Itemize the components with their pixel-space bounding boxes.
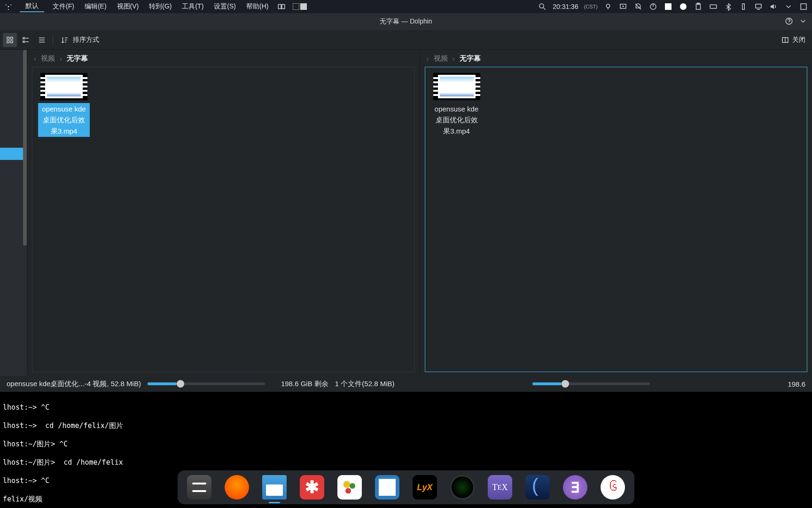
titlebar[interactable]: 无字幕 — Dolphin xyxy=(0,13,812,30)
sidebar-scrollbar[interactable] xyxy=(23,50,27,246)
close-split-button[interactable]: 关闭 xyxy=(777,34,809,46)
toolbar: 排序方式 关闭 xyxy=(0,30,812,50)
split-icon[interactable] xyxy=(277,2,286,11)
usb-icon[interactable] xyxy=(739,2,748,11)
terminal-line: lhost:~/图片> cd /home/felix xyxy=(3,458,809,468)
clock-time[interactable]: 20:31:36 xyxy=(553,3,578,10)
svg-line-7 xyxy=(543,8,546,10)
file-label: opensuse kde桌面优化后效果3.mp4 xyxy=(38,103,90,137)
chevron-down-icon[interactable] xyxy=(799,17,807,27)
file-item[interactable]: opensuse kde桌面优化后效果3.mp4 xyxy=(38,73,90,137)
bulb-icon[interactable] xyxy=(603,2,613,11)
dock-item-mathematica[interactable]: ✱ xyxy=(300,475,324,500)
terminal-line: lhost:~> cd /home/felix/图片 xyxy=(3,421,809,431)
file-view-right[interactable]: opensuse kde桌面优化后效果3.mp4 xyxy=(425,67,808,372)
crumb-current[interactable]: 无字幕 xyxy=(460,54,481,63)
dock-item-camera[interactable] xyxy=(450,475,475,500)
svg-point-42 xyxy=(350,483,355,489)
svg-rect-25 xyxy=(11,37,13,40)
breadcrumb-left[interactable]: › 视频 › 无字幕 xyxy=(27,50,420,67)
dock: ✱ LyX TEX Ǝ ၆ xyxy=(178,470,634,504)
view-compact-button[interactable] xyxy=(19,33,33,47)
crumb-parent[interactable]: 视频 xyxy=(41,54,55,63)
menu-help[interactable]: 帮助(H) xyxy=(244,1,270,12)
zoom-slider-right[interactable] xyxy=(532,382,650,385)
svg-point-23 xyxy=(789,23,789,23)
screen-icon[interactable] xyxy=(618,2,628,11)
svg-rect-17 xyxy=(710,5,717,8)
search-icon[interactable] xyxy=(538,2,547,11)
main-area: › 视频 › 无字幕 opensuse kde桌面优化后效果3.mp4 › 视频 xyxy=(0,50,812,376)
dock-item-lyx[interactable]: LyX xyxy=(413,475,437,500)
menu-go[interactable]: 转到(G) xyxy=(147,1,173,12)
svg-point-6 xyxy=(539,4,544,8)
status-freespace: 198.6 GiB 剩余 xyxy=(281,380,328,389)
view-icons-button[interactable] xyxy=(3,33,17,47)
toolbar-separator xyxy=(53,34,53,46)
view-details-button[interactable] xyxy=(35,33,49,47)
menu-view[interactable]: 视图(V) xyxy=(115,1,141,12)
activity-name[interactable]: 默认 xyxy=(20,1,44,12)
dock-item-tex[interactable]: TEX xyxy=(488,475,512,500)
file-item[interactable]: opensuse kde桌面优化后效果3.mp4 xyxy=(431,73,483,137)
places-sidebar[interactable] xyxy=(0,50,27,376)
dock-item-jmol[interactable] xyxy=(337,475,362,500)
dock-item-files[interactable] xyxy=(262,475,287,500)
svg-rect-18 xyxy=(742,4,745,9)
status-count: 1 个文件(52.8 MiB) xyxy=(335,380,395,389)
app-launcher-icon[interactable] xyxy=(4,2,13,11)
menu-tools[interactable]: 工具(T) xyxy=(180,1,205,12)
status-selection: opensuse kde桌面优化...-4 视频, 52.8 MiB) xyxy=(7,380,141,389)
chevron-right-icon: › xyxy=(427,55,429,63)
statusbar: opensuse kde桌面优化...-4 视频, 52.8 MiB) 198.… xyxy=(0,376,812,392)
svg-point-41 xyxy=(344,481,351,488)
chevron-down-icon[interactable] xyxy=(784,2,793,11)
sidebar-active-indicator xyxy=(0,148,23,160)
menu-settings[interactable]: 设置(S) xyxy=(212,1,238,12)
zoom-slider-left[interactable] xyxy=(148,382,265,385)
chevron-right-icon: › xyxy=(34,55,36,63)
bluetooth-icon[interactable] xyxy=(724,2,733,11)
dolphin-window: 无字幕 — Dolphin 排序方式 关闭 xyxy=(0,13,812,392)
svg-rect-19 xyxy=(756,4,761,8)
keyboard-icon[interactable] xyxy=(709,2,718,11)
svg-rect-21 xyxy=(801,4,806,9)
svg-point-3 xyxy=(8,9,9,10)
menu-edit[interactable]: 编辑(E) xyxy=(83,1,109,12)
svg-rect-27 xyxy=(11,40,13,43)
dock-item-settings[interactable] xyxy=(187,475,211,500)
sort-label: 排序方式 xyxy=(73,36,99,44)
svg-rect-24 xyxy=(7,37,9,40)
terminal-line: lhost:~/图片> ^C xyxy=(3,440,809,449)
power-icon[interactable] xyxy=(648,2,658,11)
clipboard-icon[interactable] xyxy=(694,2,703,11)
dock-item-emacs[interactable]: Ǝ xyxy=(563,475,587,500)
bell-icon[interactable] xyxy=(633,2,643,11)
tray-square-icon[interactable] xyxy=(664,2,673,11)
video-thumbnail-icon xyxy=(433,73,480,100)
volume-icon[interactable] xyxy=(769,2,778,11)
dock-item-kdenlive[interactable] xyxy=(525,475,550,500)
clock-tz: (CST) xyxy=(584,4,598,9)
show-desktop-icon[interactable] xyxy=(799,2,808,11)
dock-item-document[interactable] xyxy=(375,475,399,500)
file-label: opensuse kde桌面优化后效果3.mp4 xyxy=(431,103,483,137)
display-icon[interactable] xyxy=(754,2,763,11)
dock-item-netease-music[interactable]: ၆ xyxy=(601,475,625,500)
pager[interactable] xyxy=(293,3,307,10)
svg-point-2 xyxy=(10,4,11,5)
help-icon[interactable] xyxy=(785,17,793,27)
crumb-current[interactable]: 无字幕 xyxy=(67,54,88,63)
menu-file[interactable]: 文件(F) xyxy=(51,1,76,12)
tray-circle-icon[interactable] xyxy=(679,2,688,11)
terminal-line: lhost:~> ^C xyxy=(3,403,809,413)
svg-rect-30 xyxy=(23,41,24,42)
sort-button[interactable]: 排序方式 xyxy=(57,34,103,46)
split-view: › 视频 › 无字幕 opensuse kde桌面优化后效果3.mp4 › 视频 xyxy=(27,50,812,376)
panel-right: 20:31:36 (CST) xyxy=(538,2,808,11)
crumb-parent[interactable]: 视频 xyxy=(434,54,448,63)
breadcrumb-right[interactable]: › 视频 › 无字幕 xyxy=(420,50,812,67)
chevron-right-icon: › xyxy=(453,55,455,63)
file-view-left[interactable]: opensuse kde桌面优化后效果3.mp4 xyxy=(32,67,415,372)
dock-item-firefox[interactable] xyxy=(225,475,249,500)
